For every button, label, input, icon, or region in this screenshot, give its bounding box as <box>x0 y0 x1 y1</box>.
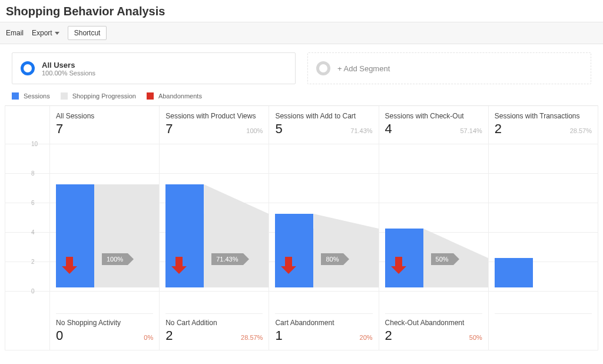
stage-label: All Sessions <box>56 112 153 120</box>
abandon-pct: 50% <box>469 334 482 341</box>
export-dropdown[interactable]: Export <box>32 29 59 37</box>
flow-area <box>204 214 269 287</box>
legend-swatch-abandonments <box>147 92 154 100</box>
funnel-stage[interactable]: All Sessions7100%No Shopping Activity00% <box>49 106 159 350</box>
add-segment-label: + Add Segment <box>337 64 390 73</box>
segment-ring-icon <box>316 61 330 75</box>
export-label: Export <box>32 29 52 37</box>
stage-pct: 28.57% <box>570 127 592 134</box>
chart-legend: Sessions Shopping Progression Abandonmen… <box>0 90 603 105</box>
abandon-pct: 0% <box>144 334 153 341</box>
stage-label: Sessions with Check-Out <box>385 112 482 120</box>
flow-drop <box>204 184 269 214</box>
abandon-row: Check-Out Abandonment250% <box>385 313 482 350</box>
toolbar: Email Export Shortcut <box>0 22 603 44</box>
abandon-value: 2 <box>165 328 173 343</box>
flow-pct-label: 71.43% <box>211 253 243 265</box>
shortcut-button[interactable]: Shortcut <box>68 26 107 40</box>
stage-plot <box>495 140 592 287</box>
abandon-value: 0 <box>56 328 63 343</box>
funnel-chart: 0246810 All Sessions7100%No Shopping Act… <box>5 105 598 350</box>
funnel-stages: All Sessions7100%No Shopping Activity00%… <box>49 106 598 350</box>
flow-pct-label: 50% <box>431 253 453 265</box>
session-bar <box>275 214 313 287</box>
stage-label: Sessions with Product Views <box>165 112 263 120</box>
y-tick-label: 8 <box>31 170 35 177</box>
abandon-label: No Shopping Activity <box>56 319 153 327</box>
caret-down-icon <box>55 32 59 35</box>
legend-label-sessions: Sessions <box>24 92 50 100</box>
segments-row: All Users 100.00% Sessions + Add Segment <box>0 44 603 90</box>
email-link[interactable]: Email <box>6 29 24 37</box>
abandon-value: 2 <box>385 328 392 343</box>
stage-value: 2 <box>495 121 502 137</box>
stage-pct: 100% <box>246 127 263 134</box>
abandon-row: No Cart Addition228.57% <box>165 313 263 350</box>
y-tick-label: 10 <box>31 141 38 147</box>
abandon-pct: 28.57% <box>241 334 263 341</box>
abandon-arrow-icon <box>171 257 187 274</box>
legend-label-progression: Shopping Progression <box>72 92 136 100</box>
flow-pct-label: 100% <box>102 253 128 265</box>
legend-swatch-sessions <box>12 92 19 100</box>
stage-value: 7 <box>165 121 173 137</box>
abandon-value: 1 <box>275 328 282 343</box>
abandon-arrow-icon <box>391 257 406 274</box>
stage-value: 5 <box>275 121 282 137</box>
y-tick-label: 6 <box>31 200 35 206</box>
abandon-row: Cart Abandonment120% <box>275 313 372 350</box>
add-segment-button[interactable]: + Add Segment <box>307 52 591 84</box>
funnel-stage[interactable]: Sessions with Transactions228.57% <box>488 106 598 350</box>
y-tick-label: 2 <box>31 259 35 265</box>
session-bar <box>495 258 533 287</box>
y-tick-label: 4 <box>31 229 35 236</box>
funnel-stage[interactable]: Sessions with Add to Cart571.43%80%Cart … <box>269 106 378 350</box>
abandon-pct: 20% <box>360 334 373 341</box>
stage-value: 4 <box>385 121 392 137</box>
funnel-stage[interactable]: Sessions with Check-Out457.14%50%Check-O… <box>379 106 488 350</box>
stage-value: 7 <box>56 121 63 137</box>
abandon-label: No Cart Addition <box>165 319 263 327</box>
abandon-label: Cart Abandonment <box>275 319 372 327</box>
stage-pct: 57.14% <box>460 127 482 134</box>
y-tick-label: 0 <box>31 288 35 294</box>
segment-subtitle: 100.00% Sessions <box>42 70 95 77</box>
segment-title: All Users <box>42 61 95 70</box>
flow-area <box>94 184 159 287</box>
stage-pct: 71.43% <box>350 127 372 134</box>
stage-label: Sessions with Add to Cart <box>275 112 372 120</box>
abandon-row: No Shopping Activity00% <box>56 313 153 350</box>
funnel-stage[interactable]: Sessions with Product Views7100%71.43%No… <box>159 106 269 350</box>
segment-ring-icon <box>21 61 35 75</box>
abandon-label: Check-Out Abandonment <box>385 319 482 327</box>
flow-pct-label: 80% <box>321 253 343 265</box>
page-title: Shopping Behavior Analysis <box>0 0 603 22</box>
abandon-arrow-icon <box>62 257 77 274</box>
abandon-row <box>495 313 592 350</box>
segment-all-users[interactable]: All Users 100.00% Sessions <box>12 52 296 84</box>
legend-label-abandonments: Abandonments <box>158 92 202 100</box>
stage-label: Sessions with Transactions <box>495 112 592 120</box>
legend-swatch-progression <box>61 92 68 100</box>
flow-drop <box>313 214 378 229</box>
abandon-arrow-icon <box>281 257 296 274</box>
